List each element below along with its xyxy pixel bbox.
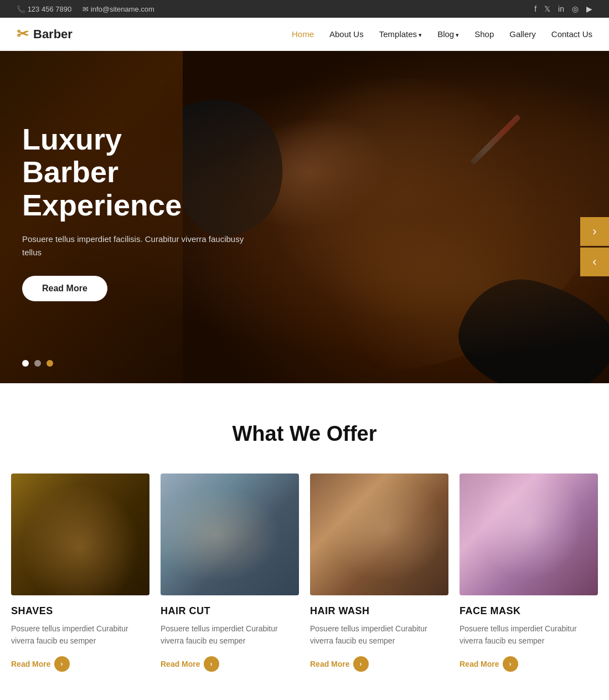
- linkedin-icon[interactable]: in: [558, 4, 564, 13]
- nav-link-gallery[interactable]: Gallery: [509, 29, 536, 39]
- facebook-icon[interactable]: f: [534, 4, 536, 13]
- offer-title-facemask: FACE MASK: [460, 605, 598, 617]
- offer-readmore-haircut[interactable]: Read More ›: [161, 656, 299, 672]
- readmore-arrow-shaves: ›: [54, 656, 70, 672]
- instagram-icon[interactable]: ◎: [572, 4, 579, 13]
- nav-links: Home About Us Templates Blog Shop Galler…: [292, 29, 592, 39]
- offers-title: What We Offer: [11, 422, 598, 446]
- offer-card-shaves: SHAVES Posuere tellus imperdiet Curabitu…: [11, 473, 149, 672]
- nav-link-contact[interactable]: Contact Us: [551, 29, 592, 39]
- hero-title-line1: Luxury: [22, 122, 122, 156]
- offer-readmore-shaves[interactable]: Read More ›: [11, 656, 149, 672]
- main-nav: ✂ Barber Home About Us Templates Blog Sh…: [0, 18, 609, 51]
- offer-image-haircut: [161, 473, 299, 595]
- offer-readmore-hairwash[interactable]: Read More ›: [310, 656, 448, 672]
- offer-title-hairwash: HAIR WASH: [310, 605, 448, 617]
- offer-title-haircut: HAIR CUT: [161, 605, 299, 617]
- offer-card-hairwash: HAIR WASH Posuere tellus imperdiet Curab…: [310, 473, 448, 672]
- contact-info: 📞 123 456 7890 ✉ info@sitename.com: [17, 5, 523, 13]
- nav-link-blog[interactable]: Blog: [437, 29, 459, 39]
- youtube-icon[interactable]: ▶: [586, 4, 592, 13]
- nav-item-templates[interactable]: Templates: [379, 29, 422, 39]
- nav-item-shop[interactable]: Shop: [474, 29, 494, 39]
- nav-link-shop[interactable]: Shop: [474, 29, 494, 39]
- phone-info: 📞 123 456 7890: [17, 5, 71, 13]
- hero-dots: [22, 360, 53, 367]
- hero-cta-button[interactable]: Read More: [22, 276, 107, 301]
- nav-item-gallery[interactable]: Gallery: [509, 29, 536, 39]
- offers-section: What We Offer SHAVES Posuere tellus impe…: [0, 383, 609, 694]
- readmore-arrow-hairwash: ›: [353, 656, 369, 672]
- offer-image-shaves: [11, 473, 149, 595]
- hero-dot-3[interactable]: [47, 360, 53, 367]
- offer-desc-haircut: Posuere tellus imperdiet Curabitur viver…: [161, 622, 299, 647]
- readmore-arrow-haircut: ›: [204, 656, 219, 672]
- offer-card-facemask: FACE MASK Posuere tellus imperdiet Curab…: [460, 473, 598, 672]
- hero-title: Luxury Barber Experience: [22, 123, 255, 222]
- nav-item-about[interactable]: About Us: [329, 29, 364, 39]
- offer-card-haircut: HAIR CUT Posuere tellus imperdiet Curabi…: [161, 473, 299, 672]
- logo-text: Barber: [33, 27, 73, 42]
- offer-image-facemask: [460, 473, 598, 595]
- offer-readmore-facemask[interactable]: Read More ›: [460, 656, 598, 672]
- nav-link-about[interactable]: About Us: [329, 29, 364, 39]
- nav-link-templates[interactable]: Templates: [379, 29, 422, 39]
- hero-dot-2[interactable]: [34, 360, 41, 367]
- hero-dot-1[interactable]: [22, 360, 29, 367]
- offer-desc-facemask: Posuere tellus imperdiet Curabitur viver…: [460, 622, 598, 647]
- social-icons: f 𝕏 in ◎ ▶: [534, 4, 592, 13]
- hero-prev-arrow[interactable]: ‹: [580, 248, 609, 276]
- offer-image-hairwash: [310, 473, 448, 595]
- hero-title-line2: Barber: [22, 155, 118, 188]
- hero-section: Luxury Barber Experience Posuere tellus …: [0, 51, 609, 383]
- top-bar: 📞 123 456 7890 ✉ info@sitename.com f 𝕏 i…: [0, 0, 609, 18]
- offer-title-shaves: SHAVES: [11, 605, 149, 617]
- hero-subtitle: Posuere tellus imperdiet facilisis. Cura…: [22, 233, 255, 259]
- nav-item-contact[interactable]: Contact Us: [551, 29, 592, 39]
- nav-item-home[interactable]: Home: [292, 29, 314, 39]
- logo[interactable]: ✂ Barber: [17, 25, 292, 43]
- nav-item-blog[interactable]: Blog: [437, 29, 459, 39]
- twitter-icon[interactable]: 𝕏: [544, 4, 550, 13]
- offer-desc-shaves: Posuere tellus imperdiet Curabitur viver…: [11, 622, 149, 647]
- readmore-arrow-facemask: ›: [503, 656, 518, 672]
- hero-title-line3: Experience: [22, 188, 182, 222]
- nav-link-home[interactable]: Home: [292, 29, 314, 39]
- hero-content: Luxury Barber Experience Posuere tellus …: [22, 123, 255, 301]
- hero-next-arrow[interactable]: ›: [580, 217, 609, 246]
- email-info: ✉ info@sitename.com: [82, 5, 154, 13]
- offers-grid: SHAVES Posuere tellus imperdiet Curabitu…: [11, 473, 598, 672]
- logo-icon: ✂: [17, 25, 29, 43]
- offer-desc-hairwash: Posuere tellus imperdiet Curabitur viver…: [310, 622, 448, 647]
